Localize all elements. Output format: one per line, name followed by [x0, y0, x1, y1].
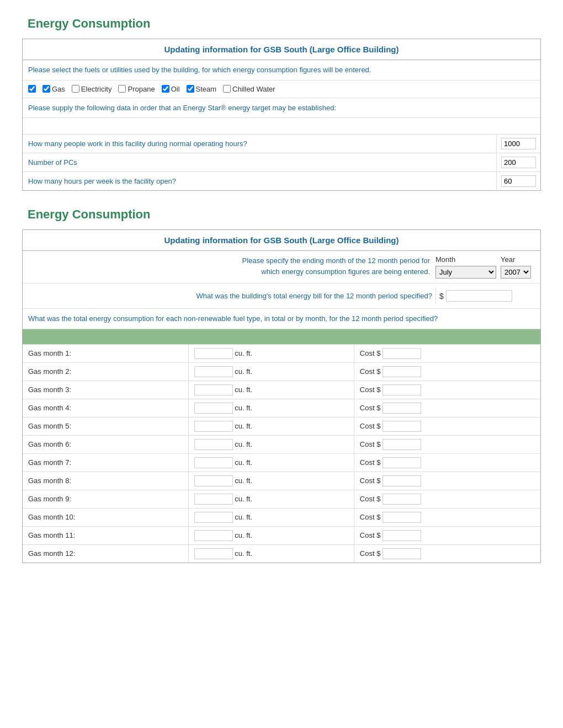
gas-month-cost: Cost $	[354, 453, 540, 472]
gas-month-label: Gas month 11:	[23, 526, 188, 544]
consumption-info: What was the total energy consumption fo…	[23, 309, 540, 329]
specify-line1: Please specify the ending month of the 1…	[242, 256, 430, 265]
gas-month-value-input[interactable]	[194, 403, 233, 414]
gas-month-unit: cu. ft.	[188, 435, 354, 453]
checkbox-steam[interactable]	[187, 85, 194, 93]
gas-month-label: Gas month 7:	[23, 453, 188, 472]
gas-month-label: Gas month 2:	[23, 362, 188, 381]
table-row: Gas month 7: cu. ft. Cost $	[23, 453, 540, 472]
empty-row-1	[23, 118, 540, 135]
section2-panel: Updating information for GSB South (Larg…	[22, 229, 541, 563]
checkbox-steam-label: Steam	[196, 85, 217, 93]
table-row: Gas month 5: cu. ft. Cost $	[23, 417, 540, 435]
gas-month-cost: Cost $	[354, 399, 540, 417]
year-label: Year	[501, 255, 515, 264]
checkbox-item-steam[interactable]: Steam	[187, 85, 217, 93]
gas-month-label: Gas month 9:	[23, 490, 188, 508]
gas-month-cost-input[interactable]	[383, 494, 421, 505]
month-year-block: Month Year January February March April …	[435, 255, 535, 279]
gas-month-unit: cu. ft.	[188, 345, 354, 363]
table-row: Gas month 6: cu. ft. Cost $	[23, 435, 540, 453]
gas-month-value-input[interactable]	[194, 512, 233, 523]
gas-month-value-input[interactable]	[194, 384, 233, 395]
bill-input[interactable]	[446, 290, 512, 302]
table-row: Gas month 9: cu. ft. Cost $	[23, 490, 540, 508]
input-pcs[interactable]	[501, 157, 536, 168]
gas-month-value-input[interactable]	[194, 475, 233, 486]
bill-row: What was the building's total energy bil…	[23, 283, 540, 309]
page-title-2: Energy Consumption	[28, 207, 541, 222]
input-workers[interactable]	[501, 138, 536, 149]
question-workers: How many people work in this facility du…	[23, 135, 496, 152]
gas-month-cost-input[interactable]	[383, 384, 421, 395]
gas-month-unit: cu. ft.	[188, 544, 354, 563]
gas-month-cost-input[interactable]	[383, 403, 421, 414]
checkbox-propane[interactable]	[118, 85, 126, 93]
month-label: Month	[435, 255, 496, 264]
gas-month-unit: cu. ft.	[188, 453, 354, 472]
checkbox-item-propane[interactable]: Propane	[118, 85, 155, 93]
gas-month-cost-input[interactable]	[383, 457, 421, 468]
checkbox-item-electricity[interactable]: Electricity	[72, 85, 112, 93]
table-row: Gas month 2: cu. ft. Cost $	[23, 362, 540, 381]
gas-month-cost: Cost $	[354, 526, 540, 544]
month-select[interactable]: January February March April May June Ju…	[435, 266, 496, 279]
gas-month-unit: cu. ft.	[188, 508, 354, 526]
qa-row-pcs: Number of PCs	[23, 153, 540, 172]
gas-month-label: Gas month 5:	[23, 417, 188, 435]
fuel-checkboxes-row: Gas Electricity Propane Oil Steam Chille…	[23, 81, 540, 98]
gas-month-cost-input[interactable]	[383, 548, 421, 559]
checkbox-chilled-water-label: Chilled Water	[232, 85, 275, 93]
checkbox-item-chilled-water[interactable]: Chilled Water	[223, 85, 275, 93]
specify-line2: which energy consumption figures are bei…	[261, 267, 430, 276]
gas-month-label: Gas month 4:	[23, 399, 188, 417]
table-row: Gas month 4: cu. ft. Cost $	[23, 399, 540, 417]
target-instruction-row: Please supply the following data in orde…	[23, 98, 540, 119]
gas-month-value-input[interactable]	[194, 366, 233, 377]
year-select[interactable]: 2005 2006 2007 2008 2009	[501, 266, 531, 279]
panel-header-1: Updating information for GSB South (Larg…	[23, 39, 540, 60]
gas-month-unit: cu. ft.	[188, 417, 354, 435]
gas-month-cost-input[interactable]	[383, 348, 421, 359]
gas-month-cost-input[interactable]	[383, 512, 421, 523]
gas-month-cost-input[interactable]	[383, 439, 421, 450]
gas-month-cost-input[interactable]	[383, 475, 421, 486]
table-row: Gas month 11: cu. ft. Cost $	[23, 526, 540, 544]
checkbox-item-blank[interactable]	[28, 85, 36, 93]
gas-month-value-input[interactable]	[194, 548, 233, 559]
checkbox-item-oil[interactable]: Oil	[162, 85, 180, 93]
month-year-labels: Month Year	[435, 255, 535, 264]
input-hours[interactable]	[501, 175, 536, 187]
table-row: Gas month 1: cu. ft. Cost $	[23, 345, 540, 363]
checkbox-oil[interactable]	[162, 85, 169, 93]
gas-month-unit: cu. ft.	[188, 526, 354, 544]
gas-month-cost-input[interactable]	[383, 530, 421, 541]
checkbox-gas[interactable]	[43, 85, 50, 93]
checkbox-electricity[interactable]	[72, 85, 79, 93]
gas-month-value-input[interactable]	[194, 494, 233, 505]
checkbox-item-gas[interactable]: Gas	[43, 85, 65, 93]
gas-month-cost: Cost $	[354, 417, 540, 435]
specify-month-row: Please specify the ending month of the 1…	[23, 251, 540, 283]
target-instruction-text: Please supply the following data in orde…	[28, 104, 336, 112]
gas-month-value-input[interactable]	[194, 530, 233, 541]
green-header-row	[23, 329, 540, 345]
answer-workers	[496, 135, 540, 153]
table-row: Gas month 12: cu. ft. Cost $	[23, 544, 540, 563]
table-row: Gas month 10: cu. ft. Cost $	[23, 508, 540, 526]
gas-month-value-input[interactable]	[194, 421, 233, 432]
gas-month-unit: cu. ft.	[188, 381, 354, 399]
gas-month-label: Gas month 3:	[23, 381, 188, 399]
gas-month-label: Gas month 12:	[23, 544, 188, 563]
gas-month-unit: cu. ft.	[188, 399, 354, 417]
checkbox-blank[interactable]	[28, 85, 36, 93]
fuel-instruction-text: Please select the fuels or utilities use…	[28, 66, 371, 74]
gas-month-cost-input[interactable]	[383, 421, 421, 432]
gas-month-cost-input[interactable]	[383, 366, 421, 377]
gas-month-value-input[interactable]	[194, 348, 233, 359]
bill-question: What was the building's total energy bil…	[28, 292, 435, 300]
gas-month-value-input[interactable]	[194, 439, 233, 450]
gas-month-value-input[interactable]	[194, 457, 233, 468]
checkbox-chilled-water[interactable]	[223, 85, 231, 93]
answer-pcs	[496, 153, 540, 172]
